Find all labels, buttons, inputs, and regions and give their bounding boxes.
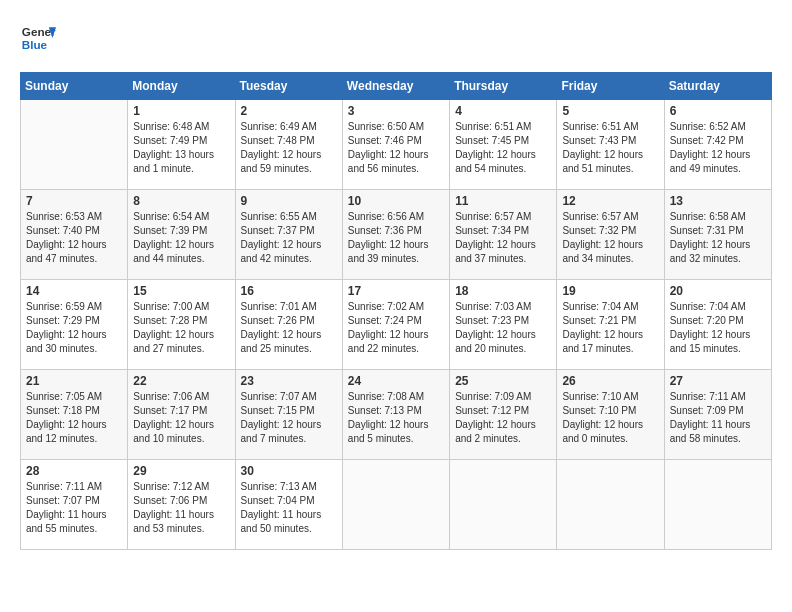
day-info: Sunrise: 7:03 AMSunset: 7:23 PMDaylight:… xyxy=(455,300,551,356)
calendar-day: 6Sunrise: 6:52 AMSunset: 7:42 PMDaylight… xyxy=(664,100,771,190)
day-info: Sunrise: 6:49 AMSunset: 7:48 PMDaylight:… xyxy=(241,120,337,176)
calendar-day: 5Sunrise: 6:51 AMSunset: 7:43 PMDaylight… xyxy=(557,100,664,190)
calendar-day xyxy=(557,460,664,550)
header-day: Thursday xyxy=(450,73,557,100)
day-info: Sunrise: 6:51 AMSunset: 7:43 PMDaylight:… xyxy=(562,120,658,176)
day-number: 28 xyxy=(26,464,122,478)
calendar-day: 1Sunrise: 6:48 AMSunset: 7:49 PMDaylight… xyxy=(128,100,235,190)
calendar-day: 29Sunrise: 7:12 AMSunset: 7:06 PMDayligh… xyxy=(128,460,235,550)
day-number: 16 xyxy=(241,284,337,298)
day-number: 14 xyxy=(26,284,122,298)
calendar-day: 27Sunrise: 7:11 AMSunset: 7:09 PMDayligh… xyxy=(664,370,771,460)
day-number: 18 xyxy=(455,284,551,298)
day-number: 25 xyxy=(455,374,551,388)
day-info: Sunrise: 6:55 AMSunset: 7:37 PMDaylight:… xyxy=(241,210,337,266)
logo-icon: General Blue xyxy=(20,20,56,56)
day-number: 1 xyxy=(133,104,229,118)
page-header: General Blue xyxy=(20,20,772,56)
calendar-day xyxy=(664,460,771,550)
day-number: 19 xyxy=(562,284,658,298)
header-day: Saturday xyxy=(664,73,771,100)
day-info: Sunrise: 7:07 AMSunset: 7:15 PMDaylight:… xyxy=(241,390,337,446)
day-info: Sunrise: 6:48 AMSunset: 7:49 PMDaylight:… xyxy=(133,120,229,176)
calendar-day: 19Sunrise: 7:04 AMSunset: 7:21 PMDayligh… xyxy=(557,280,664,370)
calendar-week: 1Sunrise: 6:48 AMSunset: 7:49 PMDaylight… xyxy=(21,100,772,190)
day-number: 6 xyxy=(670,104,766,118)
day-number: 13 xyxy=(670,194,766,208)
day-info: Sunrise: 7:10 AMSunset: 7:10 PMDaylight:… xyxy=(562,390,658,446)
day-number: 30 xyxy=(241,464,337,478)
day-info: Sunrise: 6:51 AMSunset: 7:45 PMDaylight:… xyxy=(455,120,551,176)
day-number: 23 xyxy=(241,374,337,388)
calendar-day: 26Sunrise: 7:10 AMSunset: 7:10 PMDayligh… xyxy=(557,370,664,460)
calendar-week: 14Sunrise: 6:59 AMSunset: 7:29 PMDayligh… xyxy=(21,280,772,370)
calendar-day: 17Sunrise: 7:02 AMSunset: 7:24 PMDayligh… xyxy=(342,280,449,370)
day-info: Sunrise: 6:52 AMSunset: 7:42 PMDaylight:… xyxy=(670,120,766,176)
calendar-day: 14Sunrise: 6:59 AMSunset: 7:29 PMDayligh… xyxy=(21,280,128,370)
calendar-day: 3Sunrise: 6:50 AMSunset: 7:46 PMDaylight… xyxy=(342,100,449,190)
day-number: 5 xyxy=(562,104,658,118)
day-info: Sunrise: 7:12 AMSunset: 7:06 PMDaylight:… xyxy=(133,480,229,536)
calendar-day: 9Sunrise: 6:55 AMSunset: 7:37 PMDaylight… xyxy=(235,190,342,280)
calendar-day: 18Sunrise: 7:03 AMSunset: 7:23 PMDayligh… xyxy=(450,280,557,370)
calendar-day: 25Sunrise: 7:09 AMSunset: 7:12 PMDayligh… xyxy=(450,370,557,460)
calendar-day xyxy=(21,100,128,190)
logo: General Blue xyxy=(20,20,56,56)
day-number: 4 xyxy=(455,104,551,118)
header-day: Sunday xyxy=(21,73,128,100)
day-info: Sunrise: 6:56 AMSunset: 7:36 PMDaylight:… xyxy=(348,210,444,266)
day-number: 22 xyxy=(133,374,229,388)
calendar-day: 30Sunrise: 7:13 AMSunset: 7:04 PMDayligh… xyxy=(235,460,342,550)
calendar-header: SundayMondayTuesdayWednesdayThursdayFrid… xyxy=(21,73,772,100)
day-number: 27 xyxy=(670,374,766,388)
day-number: 11 xyxy=(455,194,551,208)
day-info: Sunrise: 7:08 AMSunset: 7:13 PMDaylight:… xyxy=(348,390,444,446)
calendar-day xyxy=(342,460,449,550)
day-info: Sunrise: 6:58 AMSunset: 7:31 PMDaylight:… xyxy=(670,210,766,266)
day-number: 10 xyxy=(348,194,444,208)
day-info: Sunrise: 7:00 AMSunset: 7:28 PMDaylight:… xyxy=(133,300,229,356)
day-info: Sunrise: 7:05 AMSunset: 7:18 PMDaylight:… xyxy=(26,390,122,446)
day-info: Sunrise: 7:13 AMSunset: 7:04 PMDaylight:… xyxy=(241,480,337,536)
calendar-day: 12Sunrise: 6:57 AMSunset: 7:32 PMDayligh… xyxy=(557,190,664,280)
day-info: Sunrise: 7:02 AMSunset: 7:24 PMDaylight:… xyxy=(348,300,444,356)
calendar-day: 22Sunrise: 7:06 AMSunset: 7:17 PMDayligh… xyxy=(128,370,235,460)
header-day: Friday xyxy=(557,73,664,100)
calendar-day: 10Sunrise: 6:56 AMSunset: 7:36 PMDayligh… xyxy=(342,190,449,280)
calendar-week: 7Sunrise: 6:53 AMSunset: 7:40 PMDaylight… xyxy=(21,190,772,280)
svg-text:Blue: Blue xyxy=(22,38,48,51)
day-info: Sunrise: 6:53 AMSunset: 7:40 PMDaylight:… xyxy=(26,210,122,266)
calendar-day: 16Sunrise: 7:01 AMSunset: 7:26 PMDayligh… xyxy=(235,280,342,370)
day-info: Sunrise: 7:01 AMSunset: 7:26 PMDaylight:… xyxy=(241,300,337,356)
calendar-day: 15Sunrise: 7:00 AMSunset: 7:28 PMDayligh… xyxy=(128,280,235,370)
day-number: 21 xyxy=(26,374,122,388)
header-day: Monday xyxy=(128,73,235,100)
calendar-day: 21Sunrise: 7:05 AMSunset: 7:18 PMDayligh… xyxy=(21,370,128,460)
day-info: Sunrise: 7:11 AMSunset: 7:07 PMDaylight:… xyxy=(26,480,122,536)
day-number: 12 xyxy=(562,194,658,208)
header-day: Tuesday xyxy=(235,73,342,100)
day-number: 24 xyxy=(348,374,444,388)
day-number: 7 xyxy=(26,194,122,208)
calendar-day: 28Sunrise: 7:11 AMSunset: 7:07 PMDayligh… xyxy=(21,460,128,550)
calendar-day: 11Sunrise: 6:57 AMSunset: 7:34 PMDayligh… xyxy=(450,190,557,280)
calendar-day: 13Sunrise: 6:58 AMSunset: 7:31 PMDayligh… xyxy=(664,190,771,280)
day-info: Sunrise: 6:57 AMSunset: 7:34 PMDaylight:… xyxy=(455,210,551,266)
day-number: 20 xyxy=(670,284,766,298)
day-info: Sunrise: 7:04 AMSunset: 7:20 PMDaylight:… xyxy=(670,300,766,356)
day-number: 15 xyxy=(133,284,229,298)
day-info: Sunrise: 7:04 AMSunset: 7:21 PMDaylight:… xyxy=(562,300,658,356)
calendar-day: 2Sunrise: 6:49 AMSunset: 7:48 PMDaylight… xyxy=(235,100,342,190)
day-number: 17 xyxy=(348,284,444,298)
day-number: 3 xyxy=(348,104,444,118)
day-number: 29 xyxy=(133,464,229,478)
day-info: Sunrise: 6:54 AMSunset: 7:39 PMDaylight:… xyxy=(133,210,229,266)
day-info: Sunrise: 7:09 AMSunset: 7:12 PMDaylight:… xyxy=(455,390,551,446)
header-day: Wednesday xyxy=(342,73,449,100)
calendar-body: 1Sunrise: 6:48 AMSunset: 7:49 PMDaylight… xyxy=(21,100,772,550)
calendar-week: 21Sunrise: 7:05 AMSunset: 7:18 PMDayligh… xyxy=(21,370,772,460)
day-number: 26 xyxy=(562,374,658,388)
day-info: Sunrise: 7:06 AMSunset: 7:17 PMDaylight:… xyxy=(133,390,229,446)
calendar-day: 20Sunrise: 7:04 AMSunset: 7:20 PMDayligh… xyxy=(664,280,771,370)
calendar-day: 4Sunrise: 6:51 AMSunset: 7:45 PMDaylight… xyxy=(450,100,557,190)
